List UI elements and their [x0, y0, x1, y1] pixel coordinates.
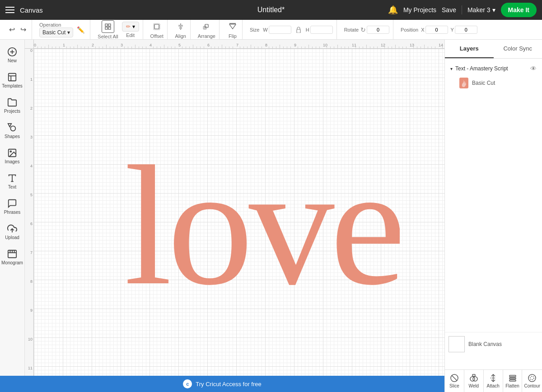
arrange-button[interactable] [201, 21, 212, 32]
shapes-icon [7, 123, 17, 133]
position-x-input[interactable] [425, 26, 448, 34]
sidebar-item-upload[interactable]: Upload [1, 220, 23, 244]
select-edit-section: Select All ✏ ▾ Edit [94, 20, 143, 39]
contour-button[interactable]: Contour [522, 370, 542, 392]
lock-aspect-button[interactable] [294, 25, 303, 35]
svg-rect-0 [105, 24, 107, 26]
machine-selector-button[interactable]: Maker 3 ▾ [467, 6, 495, 14]
align-button[interactable] [175, 21, 187, 32]
monogram-icon [7, 249, 17, 259]
svg-rect-38 [509, 375, 516, 377]
upload-icon [7, 224, 17, 234]
main-area: New Templates Projects Shapes Images Tex… [0, 40, 542, 392]
flatten-button[interactable]: Flatten [503, 370, 523, 392]
flatten-icon [508, 374, 517, 383]
position-y-input[interactable] [455, 26, 477, 34]
sidebar-item-shapes[interactable]: Shapes [1, 119, 23, 143]
position-x-label: X [421, 27, 424, 32]
notifications-button[interactable]: 🔔 [388, 5, 398, 15]
tab-layers[interactable]: Layers [445, 40, 494, 58]
svg-rect-13 [297, 29, 300, 33]
rotate-label: Rotate [344, 27, 359, 32]
machine-name: Maker 3 [467, 6, 491, 14]
sidebar-projects-label: Projects [4, 109, 20, 114]
svg-rect-39 [509, 378, 516, 379]
sidebar-item-monogram[interactable]: Monogram [1, 245, 23, 269]
layer-item[interactable]: Basic Cut [449, 75, 538, 91]
blank-canvas-item: Blank Canvas [445, 332, 542, 356]
chevron-down-icon: ▾ [492, 6, 495, 14]
position-y-group: Y [451, 26, 477, 34]
size-h-group: H [306, 26, 333, 34]
rotate-input[interactable] [367, 26, 389, 34]
sidebar-item-templates[interactable]: Templates [1, 69, 23, 92]
size-w-label: W [263, 27, 267, 32]
redo-button[interactable]: ↪ [19, 23, 28, 36]
rotate-icon: ↻ [360, 26, 366, 33]
sidebar-item-projects[interactable]: Projects [1, 94, 23, 117]
attach-button[interactable]: Attach [484, 370, 503, 392]
cricut-access-bar[interactable]: c Try Cricut Access for free [0, 376, 444, 392]
sidebar-upload-label: Upload [5, 235, 19, 240]
ruler-corner [25, 40, 34, 49]
panel-tabs: Layers Color Sync [445, 40, 542, 59]
tab-color-sync[interactable]: Color Sync [494, 40, 542, 58]
slice-label: Slice [449, 383, 459, 388]
svg-rect-8 [179, 27, 182, 29]
svg-rect-17 [9, 74, 16, 81]
size-w-group: W [263, 26, 291, 34]
svg-rect-3 [108, 27, 111, 29]
eye-icon[interactable]: 👁 [530, 65, 537, 72]
slice-button[interactable]: Slice [445, 370, 464, 392]
hamburger-menu-icon[interactable] [5, 7, 14, 13]
svg-rect-1 [108, 24, 111, 26]
operation-dropdown[interactable]: Basic Cut ▾ [39, 28, 73, 37]
svg-rect-2 [105, 27, 107, 29]
layer-item-label: Basic Cut [472, 80, 495, 86]
flip-label: Flip [229, 33, 237, 39]
panel-content: ▾ Text - Amastery Script 👁 Basic Cut [445, 59, 542, 356]
select-all-button[interactable] [102, 20, 114, 33]
canvas-area: 01234567891011121314 0123456789101112 lo… [25, 40, 444, 392]
love-design[interactable]: love [115, 85, 400, 319]
sidebar-item-text[interactable]: Text [1, 170, 23, 193]
weld-button[interactable]: Weld [464, 370, 484, 392]
attach-label: Attach [486, 383, 499, 388]
svg-point-22 [10, 151, 11, 152]
size-label: Size [250, 27, 259, 32]
sidebar-item-images[interactable]: Images [1, 144, 23, 168]
canvas-grid[interactable]: love [34, 49, 444, 378]
phrases-icon [7, 198, 17, 208]
layer-group: ▾ Text - Amastery Script 👁 Basic Cut [449, 62, 538, 91]
topbar-right: 🔔 My Projects Save Maker 3 ▾ Make It [388, 3, 537, 17]
svg-line-33 [452, 375, 457, 381]
flatten-label: Flatten [505, 383, 519, 388]
layer-group-header[interactable]: ▾ Text - Amastery Script 👁 [449, 62, 538, 75]
make-it-button[interactable]: Make It [501, 3, 537, 17]
ruler-horizontal: 01234567891011121314 [34, 40, 444, 49]
svg-rect-40 [509, 380, 516, 381]
text-icon [7, 173, 17, 183]
undo-button[interactable]: ↩ [7, 23, 17, 36]
save-button[interactable]: Save [442, 6, 456, 14]
edit-button[interactable]: ✏ ▾ [122, 22, 139, 32]
size-h-input[interactable] [310, 26, 333, 34]
edit-pencil-icon: ✏ [126, 23, 131, 30]
layer-color-swatch [459, 78, 468, 88]
toolbar: ↩ ↪ Operation Basic Cut ▾ ✏️ Select All … [0, 20, 542, 40]
flip-button[interactable] [227, 21, 238, 32]
divider [462, 5, 462, 14]
edit-color-button[interactable]: ✏️ [75, 24, 86, 35]
sidebar-text-label: Text [8, 184, 16, 189]
sidebar-new-label: New [8, 58, 17, 63]
svg-point-42 [530, 376, 534, 380]
ruler-vertical: 0123456789101112 [25, 49, 34, 392]
sidebar-item-new[interactable]: New [1, 43, 23, 67]
contour-icon [528, 374, 537, 383]
plus-icon [7, 47, 17, 57]
my-projects-button[interactable]: My Projects [403, 6, 436, 14]
size-w-input[interactable] [269, 26, 291, 34]
sidebar-item-phrases[interactable]: Phrases [1, 195, 23, 218]
offset-button[interactable] [151, 21, 163, 32]
arrange-section: Arrange [194, 20, 220, 39]
